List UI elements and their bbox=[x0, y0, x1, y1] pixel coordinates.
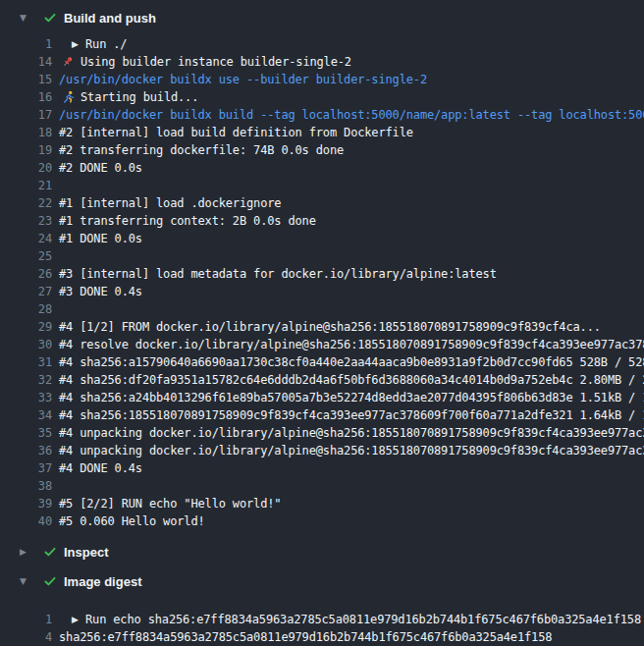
log-line: 21 bbox=[0, 177, 644, 194]
line-number[interactable]: 24 bbox=[0, 230, 52, 247]
log-line-content: #3 [internal] load metadata for docker.i… bbox=[52, 265, 644, 283]
line-number[interactable]: 22 bbox=[0, 194, 52, 212]
log-text: /usr/bin/docker buildx build --tag local… bbox=[59, 106, 644, 124]
expand-group-icon[interactable]: ▶ bbox=[72, 35, 80, 53]
line-number[interactable]: 26 bbox=[0, 265, 52, 283]
log-line: 32#4 sha256:df20fa9351a15782c64e6dddb2d4… bbox=[0, 371, 644, 389]
line-number[interactable]: 1 bbox=[0, 611, 52, 628]
check-icon bbox=[43, 11, 57, 25]
line-number[interactable]: 16 bbox=[0, 88, 52, 106]
log-line: 29#4 [1/2] FROM docker.io/library/alpine… bbox=[0, 318, 644, 336]
log-line-content: #2 [internal] load build definition from… bbox=[52, 124, 644, 141]
log-line: 26#3 [internal] load metadata for docker… bbox=[0, 265, 644, 283]
line-number[interactable]: 23 bbox=[0, 212, 52, 230]
line-number[interactable]: 35 bbox=[0, 424, 52, 442]
log-line: 25 bbox=[0, 247, 644, 265]
chevron-down-icon[interactable]: ▼ bbox=[20, 577, 29, 586]
log-line-content: sha256:e7ff8834a5963a2785c5a0811e979d16b… bbox=[52, 628, 644, 646]
line-number[interactable]: 32 bbox=[0, 371, 52, 389]
log-text: Run echo sha256:e7ff8834a5963a2785c5a081… bbox=[85, 611, 641, 628]
line-number[interactable]: 38 bbox=[0, 477, 52, 495]
log-line: 35#4 unpacking docker.io/library/alpine@… bbox=[0, 424, 644, 442]
log-line-content: #2 DONE 0.0s bbox=[52, 159, 644, 177]
line-number[interactable]: 21 bbox=[0, 177, 52, 194]
log-line-content: #4 sha256:a24bb4013296f61e89ba57005a7b3e… bbox=[52, 389, 644, 406]
section-header-build-and-push[interactable]: ▼Build and push bbox=[0, 4, 644, 31]
check-icon bbox=[43, 574, 57, 588]
log-line: 38 bbox=[0, 477, 644, 495]
line-number[interactable]: 1 bbox=[0, 35, 52, 53]
log-line-content: Using builder instance builder-single-2 bbox=[52, 53, 644, 71]
section-header-inspect[interactable]: ▶Inspect bbox=[0, 538, 644, 565]
line-number[interactable]: 34 bbox=[0, 406, 52, 424]
line-number[interactable]: 33 bbox=[0, 389, 52, 406]
section-log: 1▶Run ./14Using builder instance builder… bbox=[0, 31, 644, 536]
chevron-down-icon[interactable]: ▼ bbox=[20, 14, 29, 23]
line-number[interactable]: 30 bbox=[0, 336, 52, 353]
log-line-content bbox=[52, 477, 644, 495]
line-number[interactable]: 40 bbox=[0, 512, 52, 530]
log-line-content: #1 transferring context: 2B 0.0s done bbox=[52, 212, 644, 230]
line-number[interactable]: 19 bbox=[0, 141, 52, 159]
line-number[interactable]: 15 bbox=[0, 71, 52, 88]
line-number[interactable]: 18 bbox=[0, 124, 52, 141]
log-line: 39#5 [2/2] RUN echo "Hello world!" bbox=[0, 495, 644, 512]
line-number[interactable]: 37 bbox=[0, 459, 52, 477]
log-line-content: #2 transferring dockerfile: 74B 0.0s don… bbox=[52, 141, 644, 159]
log-line: 34#4 sha256:185518070891758909c9f839cf4c… bbox=[0, 406, 644, 424]
line-number[interactable]: 39 bbox=[0, 495, 52, 512]
log-line-content: #5 0.060 Hello world! bbox=[52, 512, 644, 530]
line-number[interactable]: 29 bbox=[0, 318, 52, 336]
log-line: 23#1 transferring context: 2B 0.0s done bbox=[0, 212, 644, 230]
line-number[interactable]: 4 bbox=[0, 628, 52, 646]
log-line-content: #4 DONE 0.4s bbox=[52, 459, 644, 477]
section-header-image-digest[interactable]: ▼Image digest bbox=[0, 567, 644, 595]
section-build-and-push: ▼Build and push1▶Run ./14Using builder i… bbox=[0, 4, 644, 536]
log-text: #4 sha256:185518070891758909c9f839cf4ca3… bbox=[59, 406, 644, 424]
pushpin-icon bbox=[62, 55, 77, 69]
log-line-content bbox=[52, 247, 644, 265]
check-icon bbox=[43, 545, 57, 559]
log-text: Starting build... bbox=[80, 88, 198, 106]
log-line-content: #4 unpacking docker.io/library/alpine@sh… bbox=[52, 424, 644, 442]
line-number[interactable]: 27 bbox=[0, 283, 52, 300]
line-number[interactable]: 25 bbox=[0, 247, 52, 265]
log-line: 36#4 unpacking docker.io/library/alpine@… bbox=[0, 442, 644, 459]
log-line-content: ▶Run ./ bbox=[52, 35, 644, 53]
log-line: 20#2 DONE 0.0s bbox=[0, 159, 644, 177]
line-number[interactable]: 31 bbox=[0, 353, 52, 371]
log-line: 24#1 DONE 0.0s bbox=[0, 230, 644, 247]
line-number[interactable]: 17 bbox=[0, 106, 52, 124]
line-number[interactable]: 20 bbox=[0, 159, 52, 177]
log-text: #4 sha256:a24bb4013296f61e89ba57005a7b3e… bbox=[59, 389, 644, 406]
section-image-digest: ▼Image digest1▶Run echo sha256:e7ff8834a… bbox=[0, 567, 644, 646]
log-text: #1 DONE 0.0s bbox=[59, 230, 142, 247]
log-text: #2 [internal] load build definition from… bbox=[59, 124, 413, 141]
line-number[interactable]: 28 bbox=[0, 300, 52, 318]
log-line-content bbox=[52, 177, 644, 194]
log-text: #5 [2/2] RUN echo "Hello world!" bbox=[59, 495, 281, 512]
log-text: #4 [1/2] FROM docker.io/library/alpine@s… bbox=[59, 318, 601, 336]
log-line: 1▶Run echo sha256:e7ff8834a5963a2785c5a0… bbox=[0, 611, 644, 628]
runner-icon bbox=[62, 90, 77, 104]
log-text: #3 DONE 0.4s bbox=[59, 283, 142, 300]
log-line-content: #4 unpacking docker.io/library/alpine@sh… bbox=[52, 442, 644, 459]
log-line-content: #4 resolve docker.io/library/alpine@sha2… bbox=[52, 336, 644, 353]
line-number[interactable]: 14 bbox=[0, 53, 52, 71]
log-line: 33#4 sha256:a24bb4013296f61e89ba57005a7b… bbox=[0, 389, 644, 406]
log-text: #4 unpacking docker.io/library/alpine@sh… bbox=[59, 424, 644, 442]
log-text: #4 sha256:a15790640a6690aa1730c38cf0a440… bbox=[59, 353, 644, 371]
log-line-content: #1 [internal] load .dockerignore bbox=[52, 194, 644, 212]
log-line: 28 bbox=[0, 300, 644, 318]
log-viewer: ▼Build and push1▶Run ./14Using builder i… bbox=[0, 4, 644, 646]
log-line-content: #5 [2/2] RUN echo "Hello world!" bbox=[52, 495, 644, 512]
expand-group-icon[interactable]: ▶ bbox=[72, 611, 80, 628]
line-number[interactable]: 36 bbox=[0, 442, 52, 459]
log-line: 40#5 0.060 Hello world! bbox=[0, 512, 644, 530]
log-line-content: ▶Run echo sha256:e7ff8834a5963a2785c5a08… bbox=[52, 611, 644, 628]
log-line-content: /usr/bin/docker buildx use --builder bui… bbox=[52, 71, 644, 88]
log-line-content: Starting build... bbox=[52, 88, 644, 106]
log-line: 1▶Run ./ bbox=[0, 35, 644, 53]
section-title: Image digest bbox=[64, 574, 141, 589]
chevron-right-icon[interactable]: ▶ bbox=[20, 548, 29, 557]
